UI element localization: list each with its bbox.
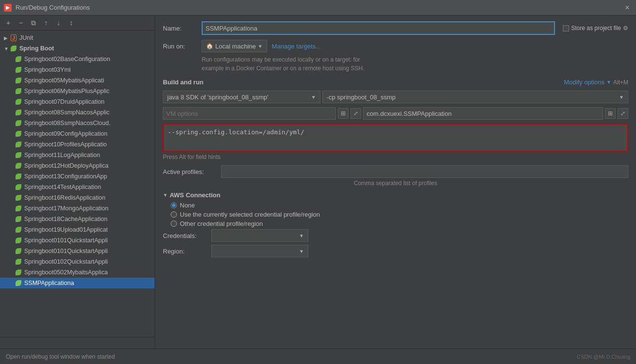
active-profiles-input[interactable]	[221, 165, 628, 178]
name-row: Name: Store as project file ⚙	[163, 21, 628, 35]
list-item[interactable]: Springboot12HotDeployApplica	[0, 160, 155, 171]
tree-toolbar: + − ⧉ ↑ ↓ ↕	[0, 16, 155, 31]
list-item[interactable]: Springboot07DruidApplication	[0, 96, 155, 107]
build-run-section-header: Build and run Modify options ▼ Alt+M	[163, 79, 628, 86]
spring-boot-group-item[interactable]: ▼ Spring Boot	[0, 43, 155, 54]
store-project-checkbox[interactable]	[563, 25, 569, 32]
springboot-item-icon	[15, 269, 22, 276]
credentials-row: Credentials: ▼	[163, 229, 628, 242]
copy-button[interactable]: ⧉	[28, 17, 39, 28]
springboot-item-icon	[15, 141, 22, 148]
bottom-hint-left: Open run/debug tool window when started	[6, 353, 115, 360]
springboot-item-icon	[15, 173, 22, 180]
store-project-container: Store as project file ⚙	[563, 25, 628, 32]
app-icon: ▶	[4, 4, 12, 12]
list-item[interactable]: Springboot19Upload01Applicat	[0, 224, 155, 235]
springboot-item-icon	[15, 151, 22, 159]
radio-dot	[172, 204, 175, 207]
springboot-item-icon	[15, 162, 22, 170]
program-args-input[interactable]	[164, 125, 627, 149]
local-machine-dropdown[interactable]: 🏠 Local machine ▼	[202, 40, 267, 52]
list-item[interactable]: Springboot0101QuickstartAppli	[0, 246, 155, 256]
configuration-tree[interactable]: ▶ J JUnit ▼ Spring Boot	[0, 31, 155, 337]
add-button[interactable]: +	[3, 17, 14, 28]
active-profiles-row: Active profiles:	[163, 165, 628, 178]
list-item[interactable]: Springboot03Yml	[0, 64, 155, 75]
region-dropdown[interactable]: ▼	[211, 245, 308, 257]
run-on-row: Run on: 🏠 Local machine ▼ Manage targets…	[163, 40, 628, 52]
springboot-item-icon	[15, 98, 22, 106]
springboot-item-icon	[15, 237, 22, 244]
list-item[interactable]: Springboot08SsmpNacosCloud.	[0, 118, 155, 128]
manage-targets-link[interactable]: Manage targets...	[272, 43, 321, 50]
springboot-item-icon	[15, 55, 22, 63]
list-item[interactable]: Springboot09ConfigApplication	[0, 128, 155, 139]
list-item[interactable]: Springboot16RedisApplication	[0, 192, 155, 203]
aws-other-credential-radio[interactable]: Other credential profile/region	[171, 220, 628, 227]
sort-button[interactable]: ↕	[66, 17, 77, 28]
list-item[interactable]: Springboot02BaseConfiguration	[0, 54, 155, 64]
sdk-dropdown-arrow: ▼	[311, 95, 316, 100]
junit-group-item[interactable]: ▶ J JUnit	[0, 32, 155, 43]
springboot-item-icon	[15, 77, 22, 84]
aws-other-radio-button[interactable]	[171, 221, 177, 227]
aws-none-radio-button[interactable]	[171, 202, 177, 208]
cp-dropdown[interactable]: -cp springboot_08_ssmp ▼	[322, 91, 628, 103]
aws-current-radio-button[interactable]	[171, 211, 177, 218]
springboot-item-icon	[15, 119, 22, 127]
gear-icon[interactable]: ⚙	[623, 25, 628, 32]
region-label: Region:	[163, 248, 211, 255]
selected-configuration-item[interactable]: SSMPApplicationa	[0, 278, 155, 288]
springboot-item-icon	[15, 109, 22, 116]
springboot-item-icon	[15, 66, 22, 74]
local-machine-label: Local machine	[215, 43, 256, 50]
aws-other-credential-label: Other credential profile/region	[180, 220, 263, 227]
active-profiles-label: Active profiles:	[163, 168, 221, 175]
vm-options-input[interactable]	[163, 107, 336, 120]
list-item[interactable]: Springboot05MybatisApplicati	[0, 75, 155, 86]
list-item[interactable]: Springboot0102QuickstartAppli	[0, 256, 155, 267]
move-down-button[interactable]: ↓	[53, 17, 64, 28]
chevron-right-icon: ▶	[4, 35, 9, 41]
vm-fullscreen-button[interactable]: ⤢	[350, 108, 361, 119]
close-button[interactable]: ×	[622, 3, 632, 13]
sdk-dropdown[interactable]: java 8 SDK of 'springboot_08_ssmp' ▼	[163, 91, 320, 103]
list-item[interactable]: Springboot14TestApplication	[0, 182, 155, 192]
list-item[interactable]: Springboot11LogApplication	[0, 150, 155, 160]
list-item[interactable]: Springboot13ConfigurationApp	[0, 171, 155, 182]
dialog-title: Run/Debug Configurations	[16, 4, 622, 11]
aws-current-credential-label: Use the currently selected credential pr…	[180, 211, 320, 218]
main-class-expand-button[interactable]: ⊞	[605, 108, 616, 119]
springboot-item-icon	[15, 130, 22, 138]
move-up-button[interactable]: ↑	[41, 17, 51, 28]
modify-options-button[interactable]: Modify options ▼ Alt+M	[564, 79, 628, 86]
aws-connection-section: ▼ AWS Connection None Use the currently …	[163, 191, 628, 260]
list-item[interactable]: Springboot17MongoApplication	[0, 203, 155, 214]
left-panel-bottom	[0, 337, 155, 348]
modify-options-label: Modify options	[564, 79, 604, 86]
list-item[interactable]: Springboot18CacheApplication	[0, 214, 155, 224]
credentials-dropdown[interactable]: ▼	[211, 229, 308, 242]
vm-main-row: ⊞ ⤢ ⊞ ⤢	[163, 107, 628, 120]
aws-current-credential-radio[interactable]: Use the currently selected credential pr…	[171, 211, 628, 218]
chevron-down-icon: ▼	[606, 79, 611, 85]
chevron-down-icon: ▼	[4, 46, 9, 51]
press-alt-hint: Press Alt for field hints	[163, 154, 628, 160]
aws-none-radio[interactable]: None	[171, 202, 628, 209]
remove-button[interactable]: −	[16, 17, 26, 28]
vm-expand-button[interactable]: ⊞	[338, 108, 349, 119]
modify-options-shortcut: Alt+M	[613, 79, 628, 86]
name-input[interactable]	[202, 21, 555, 35]
left-panel: + − ⧉ ↑ ↓ ↕ ▶ J JUnit ▼	[0, 16, 155, 348]
main-class-input[interactable]	[363, 107, 603, 120]
sdk-label: java 8 SDK of 'springboot_08_ssmp'	[167, 94, 269, 101]
aws-section-header[interactable]: ▼ AWS Connection	[163, 191, 628, 199]
junit-icon: J	[10, 34, 17, 42]
list-item[interactable]: Springboot0101QuickstartAppli	[0, 235, 155, 246]
list-item[interactable]: Springboot08SsmpNacosApplic	[0, 107, 155, 118]
name-label: Name:	[163, 25, 202, 32]
main-class-fullscreen-button[interactable]: ⤢	[618, 108, 628, 119]
list-item[interactable]: Springboot0502MybaitsApplica	[0, 267, 155, 278]
list-item[interactable]: Springboot10ProfilesApplicatio	[0, 139, 155, 150]
list-item[interactable]: Springboot06MybatisPlusApplic	[0, 86, 155, 96]
